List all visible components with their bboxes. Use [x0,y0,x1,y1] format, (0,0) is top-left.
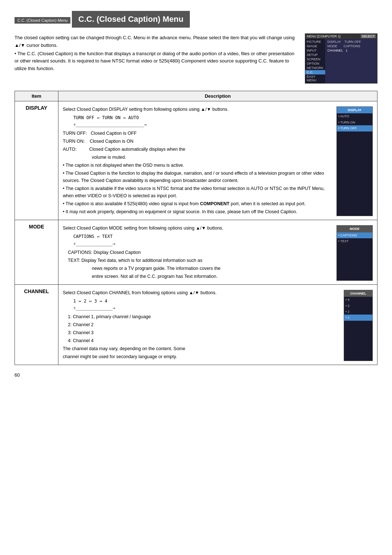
display-mini-menu: DISPLAY AUTO TURN ON TURN OFF [336,106,373,216]
menu-select: SELECT [361,35,376,38]
mode-option-captions: CAPTIONS [337,232,372,238]
channel-arrow: 1 ⇔ 2 ⇔ 3 ⇔ 4 ⇑______________⇒ [63,298,339,312]
menu-item-screen: SCREEN [305,57,325,61]
channel-1-desc: 1: Channel 1, primary channel / language [63,313,339,320]
intro-para-2: • The C.C. (Closed Caption) is the funct… [15,50,298,73]
table-row-channel: CHANNEL Select Closed Caption CHANNEL fr… [15,284,377,365]
intro-section: The closed caption setting can be change… [15,33,377,84]
channel-content-inner: Select Closed Caption CHANNEL from follo… [63,288,373,361]
menu-right-mode: MODE CAPTIONS [327,44,376,48]
channel-footer1: The channel data may vary, depending on … [63,345,339,352]
mode-mini-menu: MODE CAPTIONS TEXT [336,225,373,280]
display-auto2: volume is muted. [63,154,332,161]
menu-item-image: IMAGE [305,44,325,48]
display-content: Select Closed Caption DISPLAY setting fr… [58,101,377,220]
channel-label: CHANNEL [15,284,58,365]
mode-arrow: CAPTIONS ⇔ TEXT ⇑______________⇒ [63,233,332,247]
mode-intro: Select Closed Caption MODE setting from … [63,224,332,232]
display-bullet3: • The caption is available if the video … [63,185,332,199]
breadcrumb: C.C. (Closed Caption) Menu [15,17,70,24]
channel-2-desc: 2: Channel 2 [63,321,339,328]
menu-right-panel: DISPLAY TURN OFF MODE CAPTIONS CHANNEL 1 [325,39,377,83]
display-auto: AUTO: Closed Caption automatically displ… [63,146,332,153]
display-bullet2: • The Closed Caption is the function to … [63,170,332,184]
intro-text: The closed caption setting can be change… [15,33,298,84]
channel-content: Select Closed Caption CHANNEL from follo… [58,284,377,365]
channel-text: Select Closed Caption CHANNEL from follo… [63,288,339,361]
display-text: Select Closed Caption DISPLAY setting fr… [63,105,332,216]
display-mini-title: DISPLAY [337,107,372,113]
display-bullet4: • The caption is also available if 525i(… [63,200,332,207]
channel-mini-title: CHANNEL [344,290,372,297]
mode-content: Select Closed Caption MODE setting from … [58,220,377,284]
channel-mini-menu: CHANNEL 4 3 2 1 [344,290,373,361]
channel-option-2: 2 [344,309,372,315]
channel-intro: Select Closed Caption CHANNEL from follo… [63,289,339,296]
menu-item-picture: PICTURE [305,40,325,44]
mode-captions-desc: CAPTIONS: Display Closed Caption [63,249,332,256]
display-turnon: TURN ON: Closed Caption is ON [63,138,332,145]
mode-label: MODE [15,220,58,284]
mode-text-desc1: TEXT: Display Text data, which is for ad… [63,257,332,264]
menu-title: MENU [COMPUTER 1] [307,35,340,38]
menu-left-panel: PICTURE IMAGE INPUT SETUP SCREEN OPTION … [305,39,325,83]
menu-item-network: NETWORK [305,66,325,70]
mode-text-desc3: entire screen. Not all of the C.C. progr… [63,273,332,280]
menu-body: PICTURE IMAGE INPUT SETUP SCREEN OPTION … [305,39,377,83]
menu-item-cc: C.C. [305,70,325,74]
col-description: Description [58,91,377,101]
mode-option-text: TEXT [337,238,372,244]
display-option-turnon: TURN ON [337,119,372,125]
channel-option-1: 1 [344,315,372,320]
menu-right-display: DISPLAY TURN OFF [327,40,376,44]
display-option-turnoff: TURN OFF [337,125,372,131]
mode-content-inner: Select Closed Caption MODE setting from … [63,224,373,280]
table-row-display: DISPLAY Select Closed Caption DISPLAY se… [15,101,377,220]
table-row-mode: MODE Select Closed Caption MODE setting … [15,220,377,284]
menu-header: MENU [COMPUTER 1] SELECT [305,34,377,39]
channel-option-4: 4 [344,297,372,303]
menu-item-option: OPTION [305,61,325,66]
menu-item-easymenu: EASY MENU [305,74,325,82]
col-item: Item [15,91,58,101]
channel-footer2: channel might be used for secondary lang… [63,353,339,360]
display-bullet1: • The caption is not displayed when the … [63,162,332,169]
mode-text-desc2: news reports or a TV program guide. The … [63,265,332,272]
page-number: 60 [15,372,377,378]
display-content-inner: Select Closed Caption DISPLAY setting fr… [63,105,373,216]
channel-3-desc: 3: Channel 3 [63,329,339,336]
display-arrow: TURN OFF ⇔ TURN ON ⇔ AUTO ⇑_____________… [63,114,332,128]
display-bullet5: • It may not work properly, depending on… [63,208,332,215]
page-title: C.C. (Closed Caption) Menu [72,11,190,28]
menu-item-input: INPUT [305,48,325,53]
menu-item-setup: SETUP [305,53,325,57]
menu-right-channel: CHANNEL 1 [327,48,376,53]
channel-4-desc: 4: Channel 4 [63,337,339,344]
channel-option-3: 3 [344,303,372,309]
intro-para-1: The closed caption setting can be change… [15,34,298,49]
main-table: Item Description DISPLAY Select Closed C… [15,91,377,365]
mode-text: Select Closed Caption MODE setting from … [63,224,332,280]
mode-mini-title: MODE [337,226,372,232]
display-option-auto: AUTO [337,113,372,119]
menu-screenshot: MENU [COMPUTER 1] SELECT PICTURE IMAGE I… [305,33,377,84]
display-intro: Select Closed Caption DISPLAY setting fr… [63,106,332,113]
display-turnoff: TURN OFF: Closed Caption is OFF [63,130,332,137]
display-label: DISPLAY [15,101,58,220]
